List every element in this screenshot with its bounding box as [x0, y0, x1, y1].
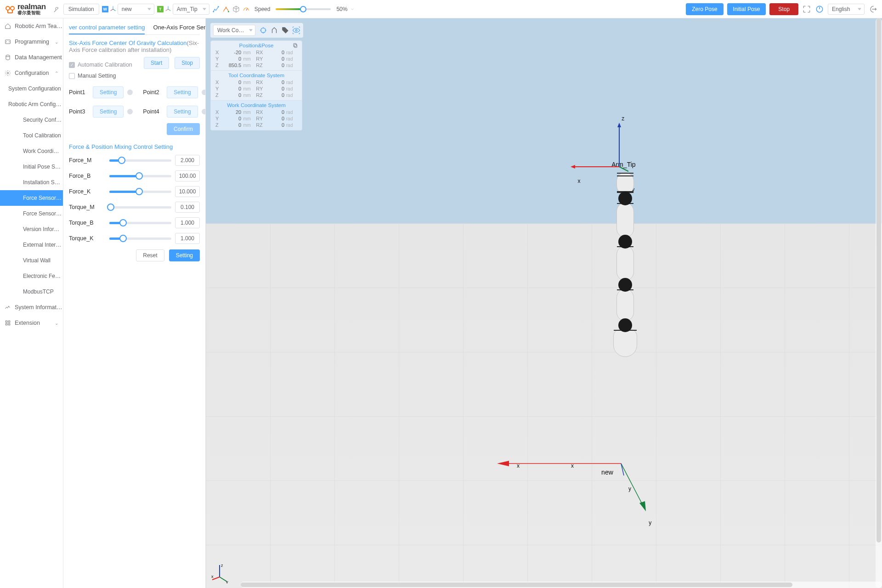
tip-axes-gizmo: [564, 121, 628, 176]
svg-rect-10: [8, 321, 10, 322]
copy-icon[interactable]: [293, 43, 298, 48]
tab-param-setting[interactable]: ver control parameter setting: [69, 21, 145, 34]
nav-sys-config[interactable]: System Configuration: [0, 81, 63, 96]
stop-calibration-button[interactable]: Stop: [175, 57, 200, 69]
brand-name: realman: [17, 3, 46, 11]
cg-section-title: Six-Axis Force Center Of Gravity Calcula…: [69, 40, 200, 53]
point4-status-dot: [202, 109, 206, 114]
point1-status-dot: [127, 90, 133, 95]
nav-modbus[interactable]: ModbusTCP: [0, 284, 63, 300]
nav-force-sensor-active[interactable]: Force Sensor…: [0, 190, 63, 206]
top-toolbar: realman睿尔曼智能 Simulation W new T Arm_Tip …: [0, 0, 882, 18]
speed-label: Speed: [254, 6, 271, 12]
vp-target-icon[interactable]: [259, 26, 267, 34]
point3-label: Point3: [69, 108, 89, 115]
nav-version[interactable]: Version Infor…: [0, 221, 63, 237]
nav-initial-pose[interactable]: Initial Pose S…: [0, 159, 63, 175]
3d-viewport[interactable]: Work Coordi… Position&Pose X-20mmRX0radY…: [206, 18, 882, 588]
svg-point-13: [261, 28, 266, 33]
manual-setting-checkbox[interactable]: Manual Setting: [69, 73, 200, 79]
viewport-frame-select[interactable]: Work Coordi…: [213, 25, 255, 36]
nav-force-sensor2[interactable]: Force Sensor…: [0, 206, 63, 221]
nav-security[interactable]: Security Conf…: [0, 112, 63, 128]
svg-rect-15: [294, 45, 297, 48]
simulation-button[interactable]: Simulation: [63, 4, 99, 15]
nav-data-mgmt[interactable]: Data Management: [0, 50, 63, 65]
nav-sysinfo[interactable]: System Informat…: [0, 300, 63, 315]
nav-efence[interactable]: Electronic Fe…: [0, 268, 63, 284]
confirm-button[interactable]: Confirm: [167, 123, 200, 135]
svg-point-14: [295, 29, 297, 31]
param-slider[interactable]: [109, 175, 171, 177]
nav-work-coord[interactable]: Work Coordi…: [0, 143, 63, 159]
work-frame-select[interactable]: new: [118, 4, 154, 15]
vp-eye-icon[interactable]: [292, 26, 300, 34]
viewport-scrollbar-horizontal[interactable]: [241, 582, 882, 588]
initial-pose-button[interactable]: Initial Pose: [727, 3, 766, 15]
param-input[interactable]: [175, 186, 200, 197]
param-input[interactable]: [175, 202, 200, 213]
view-cube-axes[interactable]: z x y: [211, 563, 232, 583]
nav-teach[interactable]: Robotic Arm Tea…: [0, 18, 63, 34]
power-icon[interactable]: [815, 5, 824, 14]
nav-install[interactable]: Installation S…: [0, 175, 63, 190]
point3-setting-button[interactable]: Setting: [93, 106, 124, 118]
speed-value: 50%: [336, 6, 347, 12]
vp-robot-icon[interactable]: [270, 26, 278, 34]
brand-logo: realman睿尔曼智能: [5, 3, 46, 15]
param-label: Force_M: [69, 157, 106, 164]
linkage-icon[interactable]: [212, 6, 220, 13]
logout-icon[interactable]: [868, 5, 877, 14]
point2-setting-button[interactable]: Setting: [167, 86, 198, 98]
param-slider[interactable]: [109, 222, 171, 224]
nav-extension[interactable]: Extension⌄: [0, 315, 63, 331]
language-select[interactable]: English: [828, 4, 865, 15]
svg-text:y: y: [226, 580, 228, 583]
fullscreen-icon[interactable]: [802, 5, 811, 14]
param-input[interactable]: [175, 233, 200, 244]
viewport-scrollbar-vertical[interactable]: [876, 18, 882, 588]
param-input[interactable]: [175, 217, 200, 228]
svg-line-24: [621, 464, 644, 508]
param-slider[interactable]: [109, 191, 171, 193]
apply-setting-button[interactable]: Setting: [169, 249, 200, 261]
param-row-Force_K: Force_K: [69, 186, 200, 197]
param-row-Torque_M: Torque_M: [69, 202, 200, 213]
speed-gauge-icon: [243, 6, 250, 13]
param-slider[interactable]: [109, 206, 171, 209]
svg-marker-20: [571, 165, 575, 169]
svg-rect-12: [8, 323, 10, 325]
speed-slider[interactable]: [276, 8, 331, 10]
param-label: Force_K: [69, 188, 106, 195]
nav-virtual-wall[interactable]: Virtual Wall: [0, 253, 63, 268]
vp-tag-icon[interactable]: [281, 26, 289, 34]
param-slider[interactable]: [109, 159, 171, 162]
tool-frame-select[interactable]: Arm_Tip: [173, 4, 209, 15]
point1-setting-button[interactable]: Setting: [93, 86, 124, 98]
svg-point-1: [11, 6, 14, 10]
nav-external[interactable]: External Inter…: [0, 237, 63, 253]
nav-arm-config[interactable]: Robotic Arm Config…⌃: [0, 96, 63, 112]
reset-button[interactable]: Reset: [136, 249, 164, 261]
param-label: Torque_M: [69, 204, 106, 210]
svg-text:z: z: [221, 563, 223, 568]
nav-programming[interactable]: Programming⌄: [0, 34, 63, 50]
param-label: Torque_B: [69, 220, 106, 226]
point2-label: Point2: [143, 89, 163, 96]
param-slider[interactable]: [109, 237, 171, 240]
tab-one-axis[interactable]: One-Axis Force Sensor: [153, 21, 206, 34]
nav-tool-cal[interactable]: Tool Calibration: [0, 128, 63, 143]
auto-cal-checkbox[interactable]: ✓Automatic Calibration: [69, 62, 132, 68]
realman-logo-icon: [5, 4, 16, 15]
param-input[interactable]: [175, 170, 200, 181]
nav-configuration[interactable]: Configuration⌃: [0, 65, 63, 81]
chevron-down-icon[interactable]: [350, 6, 355, 13]
cube-icon[interactable]: [232, 6, 240, 13]
zero-pose-button[interactable]: Zero Pose: [686, 3, 723, 15]
svg-marker-25: [639, 501, 646, 511]
path-icon[interactable]: [222, 6, 230, 13]
param-input[interactable]: [175, 155, 200, 166]
point4-setting-button[interactable]: Setting: [167, 106, 198, 118]
start-button[interactable]: Start: [144, 57, 169, 69]
stop-button[interactable]: Stop: [769, 3, 798, 15]
